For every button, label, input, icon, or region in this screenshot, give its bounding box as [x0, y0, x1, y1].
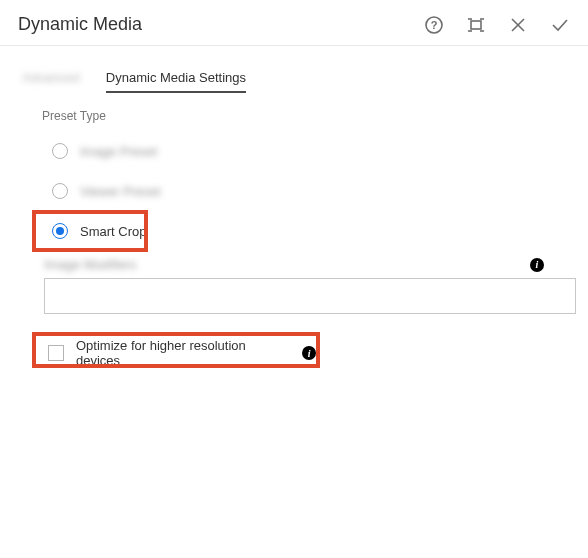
preset-type-radio-group: Image Preset Viewer Preset Smart Crop [42, 137, 546, 245]
tab-dynamic-media-settings[interactable]: Dynamic Media Settings [106, 70, 246, 93]
radio-option-viewer-preset[interactable]: Viewer Preset [48, 177, 546, 205]
info-icon[interactable]: i [530, 258, 544, 272]
confirm-icon[interactable] [550, 15, 570, 35]
preset-type-label: Preset Type [42, 109, 546, 123]
optimize-checkbox-label: Optimize for higher resolution devices [76, 338, 290, 368]
image-modifiers-input[interactable] [44, 278, 576, 314]
radio-option-image-preset[interactable]: Image Preset [48, 137, 546, 165]
radio-label: Image Preset [80, 144, 157, 159]
preset-type-section: Preset Type Image Preset Viewer Preset S… [0, 93, 588, 245]
dialog-title: Dynamic Media [18, 14, 142, 35]
radio-label: Smart Crop [80, 224, 146, 239]
info-icon[interactable]: i [302, 346, 316, 360]
image-modifiers-label-row: Image Modifiers i [0, 257, 588, 272]
tab-bar: Advanced Dynamic Media Settings [0, 46, 588, 93]
radio-label: Viewer Preset [80, 184, 161, 199]
tab-advanced[interactable]: Advanced [22, 70, 80, 93]
image-modifiers-label: Image Modifiers [44, 257, 136, 272]
radio-icon[interactable] [52, 223, 68, 239]
header-actions: ? [424, 15, 570, 35]
radio-icon[interactable] [52, 143, 68, 159]
checkbox-icon[interactable] [48, 345, 64, 361]
radio-option-smart-crop[interactable]: Smart Crop [48, 217, 546, 245]
radio-icon[interactable] [52, 183, 68, 199]
fullscreen-icon[interactable] [466, 15, 486, 35]
dialog-header: Dynamic Media ? [0, 0, 588, 46]
optimize-checkbox-row[interactable]: Optimize for higher resolution devices i [40, 332, 324, 374]
svg-rect-2 [471, 21, 481, 29]
close-icon[interactable] [508, 15, 528, 35]
svg-text:?: ? [431, 19, 438, 31]
help-icon[interactable]: ? [424, 15, 444, 35]
